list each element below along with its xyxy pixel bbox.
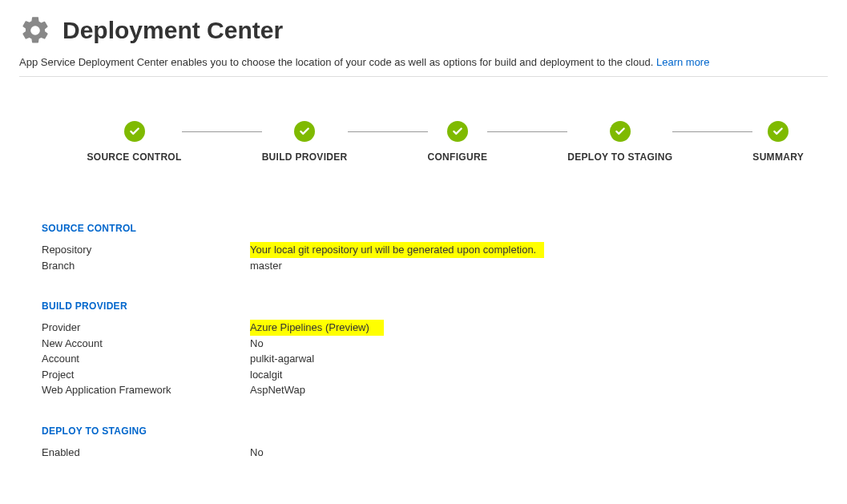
row-new-account: New Account No — [42, 336, 828, 352]
section-heading-deploy-to-staging: DEPLOY TO STAGING — [42, 425, 828, 437]
label-account: Account — [42, 351, 250, 367]
wizard-stepper: SOURCE CONTROL BUILD PROVIDER CONFIGURE — [87, 121, 804, 163]
step-source-control[interactable]: SOURCE CONTROL — [87, 121, 181, 163]
step-connector — [348, 131, 428, 132]
gear-icon — [19, 14, 51, 46]
row-provider: Provider Azure Pipelines (Preview) — [42, 320, 828, 336]
label-repository: Repository — [42, 242, 250, 258]
value-branch: master — [250, 258, 828, 274]
header-divider — [19, 76, 828, 77]
label-provider: Provider — [42, 320, 250, 336]
section-heading-build-provider: BUILD PROVIDER — [42, 300, 828, 312]
row-branch: Branch master — [42, 258, 828, 274]
label-enabled: Enabled — [42, 445, 250, 461]
step-label: SUMMARY — [752, 151, 804, 163]
value-enabled: No — [250, 445, 828, 461]
checkmark-icon — [610, 121, 631, 142]
checkmark-icon — [124, 121, 145, 142]
page-description: App Service Deployment Center enables yo… — [19, 56, 828, 68]
step-build-provider[interactable]: BUILD PROVIDER — [262, 121, 348, 163]
step-label: SOURCE CONTROL — [87, 151, 181, 163]
step-configure[interactable]: CONFIGURE — [428, 121, 488, 163]
value-project: localgit — [250, 367, 828, 383]
label-new-account: New Account — [42, 336, 250, 352]
step-label: CONFIGURE — [428, 151, 488, 163]
value-repository: Your local git repository url will be ge… — [250, 242, 544, 258]
value-provider: Azure Pipelines (Preview) — [250, 320, 384, 336]
step-label: BUILD PROVIDER — [262, 151, 348, 163]
page-title: Deployment Center — [63, 17, 283, 44]
label-branch: Branch — [42, 258, 250, 274]
row-account: Account pulkit-agarwal — [42, 351, 828, 367]
label-framework: Web Application Framework — [42, 382, 250, 398]
row-enabled: Enabled No — [42, 445, 828, 461]
description-text: App Service Deployment Center enables yo… — [19, 56, 656, 68]
step-summary[interactable]: SUMMARY — [752, 121, 804, 163]
value-account: pulkit-agarwal — [250, 351, 828, 367]
checkmark-icon — [447, 121, 468, 142]
section-heading-source-control: SOURCE CONTROL — [42, 223, 828, 234]
step-connector — [672, 131, 752, 132]
step-label: DEPLOY TO STAGING — [567, 151, 672, 163]
row-repository: Repository Your local git repository url… — [42, 242, 828, 258]
step-connector — [182, 131, 262, 132]
step-connector — [487, 131, 567, 132]
value-new-account: No — [250, 336, 828, 352]
row-framework: Web Application Framework AspNetWap — [42, 382, 828, 398]
summary-panel: SOURCE CONTROL Repository Your local git… — [19, 223, 828, 460]
checkmark-icon — [294, 121, 315, 142]
step-deploy-to-staging[interactable]: DEPLOY TO STAGING — [567, 121, 672, 163]
label-project: Project — [42, 367, 250, 383]
learn-more-link[interactable]: Learn more — [656, 56, 709, 68]
value-framework: AspNetWap — [250, 382, 828, 398]
checkmark-icon — [768, 121, 789, 142]
row-project: Project localgit — [42, 367, 828, 383]
